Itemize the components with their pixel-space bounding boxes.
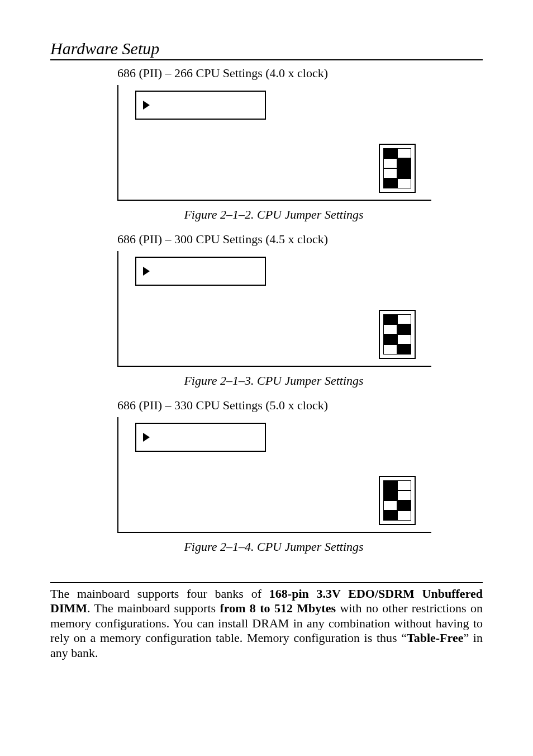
memory-paragraph: The mainboard supports four banks of 168… [50, 587, 483, 660]
jumper-grid [383, 314, 411, 355]
body-text-2: . The mainboard supports [87, 601, 220, 615]
jumper-pin [383, 314, 397, 324]
jumper-pin [383, 148, 397, 158]
jumper-pin [397, 334, 411, 344]
jumper-pin [383, 324, 397, 334]
figure-diagram [117, 251, 430, 367]
jumper-pin [383, 158, 397, 168]
jumper-block [379, 476, 416, 525]
diagram-frame [117, 417, 431, 533]
diagram-frame [117, 251, 431, 367]
figure-caption: Figure 2–1–2. CPU Jumper Settings [117, 207, 430, 222]
jumper-pin [397, 314, 411, 324]
figure-title: 686 (PII) – 300 CPU Settings (4.5 x cloc… [117, 232, 483, 247]
figures-container: 686 (PII) – 266 CPU Settings (4.0 x cloc… [50, 66, 483, 554]
jumper-pin [383, 178, 397, 188]
jumper-pin [383, 490, 397, 500]
jumper-pin [397, 511, 411, 521]
page-header: Hardware Setup [50, 39, 483, 60]
cpu-slot-icon [135, 423, 266, 452]
diagram-frame [117, 85, 431, 201]
figure-diagram [117, 417, 430, 533]
body-bold-3: Table-Free [407, 631, 463, 645]
jumper-grid [383, 480, 411, 521]
body-text-1: The mainboard supports four banks of [50, 587, 269, 601]
cpu-slot-icon [135, 91, 266, 120]
jumper-pin [397, 344, 411, 355]
jumper-block [379, 144, 416, 193]
jumper-pin [397, 324, 411, 334]
jumper-pin [397, 178, 411, 188]
jumper-pin [397, 500, 411, 511]
body-bold-2: from 8 to 512 Mbytes [220, 601, 336, 615]
jumper-pin [383, 168, 397, 178]
jumper-pin [397, 480, 411, 490]
jumper-pin [397, 490, 411, 500]
jumper-pin [383, 511, 397, 521]
jumper-grid [383, 148, 411, 188]
figure-caption: Figure 2–1–3. CPU Jumper Settings [117, 374, 430, 388]
jumper-pin [383, 334, 397, 344]
figure-title: 686 (PII) – 330 CPU Settings (5.0 x cloc… [117, 398, 483, 413]
figure-diagram [117, 85, 430, 201]
jumper-pin [383, 480, 397, 490]
jumper-block [379, 310, 416, 359]
jumper-pin [383, 500, 397, 511]
cpu-slot-icon [135, 257, 266, 286]
jumper-pin [397, 158, 411, 168]
jumper-pin [397, 148, 411, 158]
section-heading-memory: 2–2. System Memory Configuration [50, 564, 483, 583]
jumper-pin [383, 344, 397, 355]
figure-caption: Figure 2–1–4. CPU Jumper Settings [117, 540, 430, 554]
jumper-pin [397, 168, 411, 178]
figure-title: 686 (PII) – 266 CPU Settings (4.0 x cloc… [117, 66, 483, 81]
